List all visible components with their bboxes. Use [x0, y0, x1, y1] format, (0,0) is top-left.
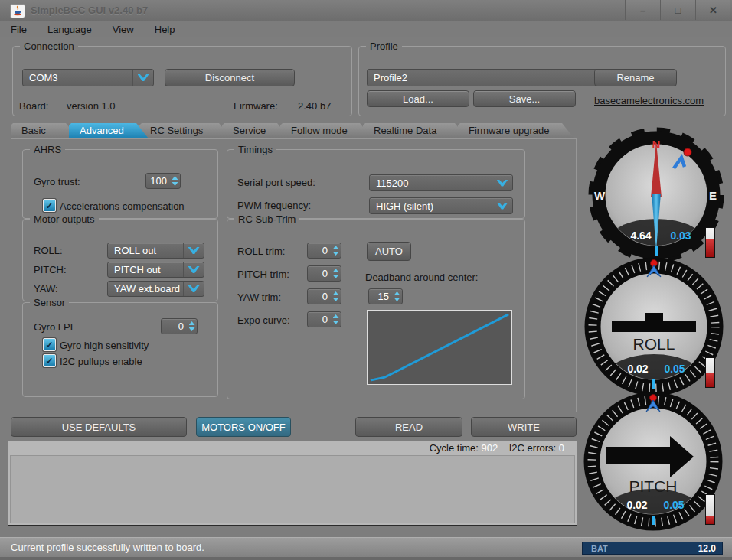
- rename-button[interactable]: Rename: [594, 69, 677, 86]
- cycle-time-label: Cycle time:: [430, 442, 479, 454]
- sensor-group: Sensor Gyro LPF 0 ✓ Gyro high sensitivit…: [22, 302, 218, 397]
- save-button[interactable]: Save...: [473, 90, 576, 107]
- pitch-trim-spinner[interactable]: 0: [307, 265, 341, 282]
- menu-item-view[interactable]: View: [113, 24, 134, 35]
- spinner-up-icon[interactable]: [333, 269, 339, 272]
- gyro-lpf-spinner[interactable]: 0: [161, 318, 198, 334]
- menu-item-language[interactable]: Language: [47, 24, 92, 35]
- tab-service[interactable]: Service: [222, 123, 289, 138]
- roll-trim-spinner[interactable]: 0: [307, 243, 341, 259]
- board-label: Board:: [19, 100, 48, 112]
- tab-basic[interactable]: Basic: [11, 123, 78, 138]
- gyro-trust-label: Gyro trust:: [34, 176, 80, 187]
- firmware-label: Firmware:: [234, 100, 278, 112]
- roll-horizon-bar: [612, 321, 696, 332]
- yaw-trim-spinner[interactable]: 0: [307, 288, 341, 304]
- i2c-pullups-label: I2C pullups enable: [60, 356, 142, 367]
- com-port-select[interactable]: COM3: [22, 69, 154, 86]
- tab-strip: Basic Advanced RC Settings Service Follo…: [11, 123, 565, 138]
- load-button[interactable]: Load...: [367, 90, 469, 107]
- com-port-value: COM3: [23, 70, 132, 86]
- pwm-frequency-select[interactable]: HIGH (silent): [369, 197, 513, 214]
- write-button[interactable]: WRITE: [471, 417, 577, 437]
- motors-onoff-button[interactable]: MOTORS ON/OFF: [196, 417, 291, 437]
- battery-label: BAT: [583, 544, 698, 553]
- pitch-trim-label: PITCH trim:: [237, 269, 289, 280]
- board-value: version 1.0: [67, 100, 116, 112]
- rc-subtrim-group: RC Sub-Trim ROLL trim: 0 PITCH trim: 0 Y…: [227, 219, 525, 399]
- battery-indicator: BAT 12.0: [582, 542, 723, 555]
- spinner-down-icon[interactable]: [333, 275, 339, 278]
- spinner-up-icon[interactable]: [172, 176, 178, 180]
- sensor-group-title: Sensor: [30, 297, 69, 308]
- profile-group-title: Profile: [366, 41, 402, 52]
- menu-item-help[interactable]: Help: [155, 24, 175, 35]
- expo-curve-spinner[interactable]: 0: [307, 311, 341, 327]
- chevron-down-icon: [188, 266, 200, 273]
- compass-east-label: E: [709, 189, 717, 202]
- gyro-high-sensitivity-checkbox[interactable]: ✓: [43, 338, 56, 351]
- tab-realtime-data[interactable]: Realtime Data: [363, 123, 467, 138]
- deadband-label: Deadband around center:: [365, 272, 478, 283]
- yaw-angle-value: 4.64: [630, 230, 651, 242]
- accel-compensation-label: Accelerations compensation: [60, 200, 185, 212]
- app-icon: [10, 4, 25, 18]
- spinner-up-icon[interactable]: [333, 246, 339, 249]
- menu-item-file[interactable]: File: [11, 24, 27, 35]
- spinner-up-icon[interactable]: [333, 291, 339, 295]
- spinner-up-icon[interactable]: [394, 291, 400, 295]
- chevron-down-icon: [497, 180, 508, 187]
- i2c-errors-label: I2C errors:: [509, 442, 556, 454]
- pitch-output-select[interactable]: PITCH out: [107, 262, 204, 278]
- spinner-down-icon[interactable]: [189, 327, 195, 331]
- yaw-power-bar: [705, 227, 715, 258]
- advanced-tab-panel: AHRS Gyro trust: 100 ✓ Accelerations com…: [11, 138, 577, 412]
- expo-curve-label: Expo curve:: [237, 314, 290, 326]
- chevron-down-icon: [188, 285, 200, 292]
- serial-speed-select[interactable]: 115200: [369, 174, 513, 191]
- pitch-output-label: PITCH:: [34, 264, 67, 275]
- spinner-down-icon[interactable]: [333, 321, 339, 324]
- cycle-time-value: 902: [482, 442, 498, 454]
- roll-power-bar: [705, 357, 715, 388]
- i2c-pullups-checkbox[interactable]: ✓: [43, 354, 56, 367]
- roll-gauge-label: ROLL: [633, 335, 675, 353]
- website-link[interactable]: basecamelectronics.com: [594, 95, 704, 106]
- pitch-rc-value: 0.05: [663, 499, 684, 511]
- spinner-up-icon[interactable]: [189, 321, 195, 325]
- spinner-up-icon[interactable]: [333, 314, 339, 318]
- rc-subtrim-group-title: RC Sub-Trim: [234, 213, 299, 225]
- gyro-trust-spinner[interactable]: 100: [145, 173, 181, 189]
- accel-compensation-checkbox[interactable]: ✓: [43, 199, 56, 212]
- close-button[interactable]: ✕: [695, 0, 730, 20]
- auto-button[interactable]: AUTO: [367, 242, 411, 261]
- status-panel: Cycle time: 902 I2C errors: 0: [8, 441, 577, 526]
- use-defaults-button[interactable]: USE DEFAULTS: [11, 417, 187, 437]
- gyro-lpf-label: Gyro LPF: [34, 321, 77, 333]
- yaw-output-select[interactable]: YAW ext.board: [107, 281, 204, 297]
- chevron-down-icon: [497, 203, 508, 210]
- maximize-button[interactable]: □: [660, 0, 695, 20]
- firmware-value: 2.40 b7: [298, 100, 331, 112]
- tab-follow-mode[interactable]: Follow mode: [280, 123, 372, 138]
- ahrs-group: AHRS Gyro trust: 100 ✓ Accelerations com…: [22, 149, 218, 219]
- deadband-spinner[interactable]: 15: [368, 288, 403, 304]
- motor-outputs-group: Motor outputs ROLL: ROLL out PITCH: PITC…: [22, 219, 218, 301]
- tab-rc-settings[interactable]: RC Settings: [139, 123, 231, 138]
- connection-group: Connection COM3 Disconnect Board: versio…: [12, 46, 352, 116]
- disconnect-button[interactable]: Disconnect: [165, 69, 295, 86]
- spinner-down-icon[interactable]: [394, 298, 400, 301]
- roll-output-select[interactable]: ROLL out: [107, 243, 204, 259]
- tab-advanced[interactable]: Advanced: [69, 123, 149, 138]
- status-message: Current profile successfully written to …: [11, 542, 204, 553]
- spinner-down-icon[interactable]: [172, 182, 178, 186]
- roll-trim-label: ROLL trim:: [237, 246, 285, 257]
- timings-group: Timings Serial port speed: 115200 PWM fr…: [227, 149, 525, 219]
- serial-speed-label: Serial port speed:: [237, 177, 315, 188]
- minimize-button[interactable]: –: [625, 0, 660, 20]
- tab-firmware-upgrade[interactable]: Firmware upgrade: [458, 123, 574, 138]
- spinner-down-icon[interactable]: [333, 252, 339, 256]
- spinner-down-icon[interactable]: [333, 298, 339, 301]
- statusbar: Current profile successfully written to …: [0, 537, 732, 557]
- read-button[interactable]: READ: [355, 417, 462, 437]
